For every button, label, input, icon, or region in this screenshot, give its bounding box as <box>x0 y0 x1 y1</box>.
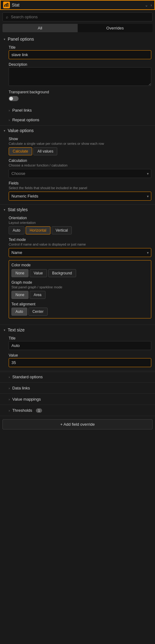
search-icon: ⌕ <box>6 15 8 19</box>
orientation-button-group: Auto Horizontal Vertical <box>9 226 151 234</box>
tab-all[interactable]: All <box>2 24 78 32</box>
text-mode-sublabel: Control if name and value is displayed o… <box>9 242 151 246</box>
orientation-sublabel: Layout orientation <box>9 221 151 224</box>
panel-links-section[interactable]: › Panel links <box>0 105 155 115</box>
calculation-select[interactable]: Choose <box>9 169 151 178</box>
svg-rect-2 <box>7 3 8 7</box>
standard-options-label: Standard options <box>12 375 43 379</box>
description-textarea[interactable] <box>9 67 151 86</box>
tab-overrides[interactable]: Overrides <box>78 24 153 32</box>
data-links-chevron: › <box>9 386 10 390</box>
graph-mode-area-btn[interactable]: Area <box>30 291 45 299</box>
text-alignment-button-group: Auto Center <box>11 308 149 316</box>
thresholds-badge: 1 <box>36 408 42 413</box>
value-mappings-label: Value mappings <box>12 397 41 402</box>
graph-mode-button-group: None Area <box>11 291 149 299</box>
repeat-options-label: Repeat options <box>12 118 39 122</box>
stat-styles-label: Stat styles <box>8 207 28 212</box>
transparent-bg-toggle[interactable] <box>9 96 19 101</box>
text-size-value-input[interactable] <box>9 358 151 367</box>
search-bar: ⌕ <box>2 12 153 21</box>
standard-options-section[interactable]: › Standard options <box>0 372 155 382</box>
calculation-sublabel: Choose a reducer function / calculation <box>9 163 151 167</box>
text-size-section: ▾ Text size Title Value <box>0 326 155 370</box>
svg-rect-0 <box>4 5 5 7</box>
value-options-section: ▾ Value options Show Calculate a single … <box>0 126 155 204</box>
orientation-vertical-btn[interactable]: Vertical <box>52 226 72 234</box>
color-mode-container: Color mode None Value Background Graph m… <box>9 260 151 318</box>
panel-links-label: Panel links <box>12 108 32 113</box>
value-options-chevron: ▾ <box>4 129 5 132</box>
all-values-btn[interactable]: All values <box>33 147 57 155</box>
stat-icon <box>3 2 10 8</box>
graph-mode-label: Graph mode <box>11 280 149 285</box>
stat-styles-chevron: ▾ <box>4 208 5 211</box>
text-alignment-label: Text alignment <box>11 302 149 306</box>
svg-rect-1 <box>6 4 7 7</box>
thresholds-chevron: › <box>9 409 10 412</box>
repeat-options-section[interactable]: › Repeat options <box>0 115 155 125</box>
transparent-bg-label: Transparent background <box>9 90 151 94</box>
panel-options-body: Title Description Transparent background <box>0 43 155 105</box>
header-title: Stat <box>12 2 19 7</box>
orientation-label: Orientation <box>9 216 151 220</box>
header-left: Stat <box>3 2 19 8</box>
text-mode-select[interactable]: Name <box>9 248 151 257</box>
calculation-label: Calculation <box>9 158 151 163</box>
graph-mode-none-btn[interactable]: None <box>11 291 28 299</box>
value-options-label: Value options <box>8 128 34 133</box>
text-size-title-input[interactable] <box>9 341 151 350</box>
show-label: Show <box>9 137 151 141</box>
data-links-label: Data links <box>12 386 30 390</box>
calculation-select-wrapper: Choose ▾ <box>9 169 151 178</box>
chevron-right-icon[interactable]: › <box>151 3 152 7</box>
text-align-auto-btn[interactable]: Auto <box>11 308 27 316</box>
text-mode-select-wrapper: Name ▾ <box>9 248 151 257</box>
fields-select-wrapper: Numeric Fields ▾ <box>9 192 151 201</box>
thresholds-section[interactable]: › Thresholds 1 <box>0 406 155 415</box>
title-input[interactable] <box>9 50 151 59</box>
text-size-value-label: Value <box>9 353 151 358</box>
panel-options-header[interactable]: ▾ Panel options <box>0 35 155 43</box>
repeat-options-chevron: › <box>9 118 10 122</box>
stat-styles-header[interactable]: ▾ Stat styles <box>0 205 155 214</box>
value-mappings-chevron: › <box>9 398 10 401</box>
orientation-horizontal-btn[interactable]: Horizontal <box>26 226 50 234</box>
show-button-group: Calculate All values <box>9 147 151 155</box>
title-label: Title <box>9 45 151 50</box>
color-mode-value-btn[interactable]: Value <box>30 269 47 277</box>
text-size-title-label: Title <box>9 336 151 340</box>
fields-select[interactable]: Numeric Fields <box>9 192 151 201</box>
panel-header: Stat ⌄ › <box>0 0 155 10</box>
orientation-auto-btn[interactable]: Auto <box>9 226 24 234</box>
panel-options-chevron: ▾ <box>4 38 5 41</box>
panel-options-label: Panel options <box>8 37 34 42</box>
stat-styles-body: Orientation Layout orientation Auto Hori… <box>0 214 155 324</box>
panel-options-section: ▾ Panel options Title Description Transp… <box>0 35 155 125</box>
text-mode-label: Text mode <box>9 238 151 242</box>
search-input[interactable] <box>11 15 149 19</box>
text-align-center-btn[interactable]: Center <box>28 308 48 316</box>
fields-label: Fields <box>9 181 151 185</box>
data-links-section[interactable]: › Data links <box>0 383 155 393</box>
calculate-btn[interactable]: Calculate <box>9 147 32 155</box>
text-size-body: Title Value <box>0 334 155 370</box>
graph-mode-sublabel: Stat panel graph / sparkline mode <box>11 285 149 289</box>
color-mode-label: Color mode <box>11 263 149 267</box>
show-sublabel: Calculate a single value per column or s… <box>9 142 151 145</box>
value-mappings-section[interactable]: › Value mappings <box>0 394 155 404</box>
standard-options-chevron: › <box>9 375 10 379</box>
text-size-chevron: ▾ <box>4 328 5 332</box>
color-mode-background-btn[interactable]: Background <box>48 269 76 277</box>
thresholds-label: Thresholds <box>12 408 32 413</box>
panel-links-chevron: › <box>9 109 10 112</box>
color-mode-none-btn[interactable]: None <box>11 269 28 277</box>
header-controls: ⌄ › <box>145 3 152 7</box>
fields-sublabel: Select the fields that should be include… <box>9 186 151 190</box>
add-field-override-button[interactable]: + Add field override <box>2 419 153 429</box>
value-options-header[interactable]: ▾ Value options <box>0 126 155 135</box>
chevron-down-icon[interactable]: ⌄ <box>145 3 148 7</box>
text-size-header[interactable]: ▾ Text size <box>0 326 155 334</box>
tabs-bar: All Overrides <box>2 24 153 32</box>
value-options-body: Show Calculate a single value per column… <box>0 135 155 204</box>
